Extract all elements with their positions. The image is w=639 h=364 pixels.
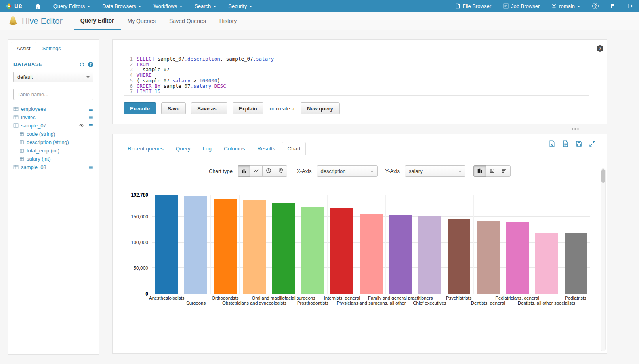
sql-editor[interactable]: 1SELECT sample_07.description, sample_07… [124,54,589,96]
gear-icon [551,4,557,9]
column-row[interactable]: code (string) [13,130,93,138]
nav-menu-data-browsers[interactable]: Data Browsers [96,0,147,12]
file-browser-link[interactable]: File Browser [449,0,497,12]
table-row-employees[interactable]: employees [13,105,93,113]
x-tick-label: Family and general practitioners [368,296,433,300]
chart-bar[interactable] [448,219,471,294]
chart-type-line-button[interactable] [250,165,263,177]
table-details-icon[interactable] [88,165,93,170]
results-tab-recent-queries[interactable]: Recent queries [122,142,169,155]
nav-menu-security[interactable]: Security [222,0,258,12]
editor-actions: Execute Save Save as... Explain or creat… [124,102,589,114]
assist-tab-settings[interactable]: Settings [36,42,67,55]
chart-bar[interactable] [243,200,266,294]
bars-stacked-button[interactable] [486,165,498,177]
execute-button[interactable]: Execute [124,102,156,114]
nav-menu-label: Data Browsers [102,3,136,9]
chart-bar[interactable] [214,199,237,294]
chart-plot-area [152,195,590,294]
results-scrollbar[interactable] [601,168,606,351]
nav-menu-search[interactable]: Search [189,0,222,12]
column-row[interactable]: total_emp (int) [13,146,93,155]
chart-bar[interactable] [565,233,587,294]
table-details-icon[interactable] [88,123,93,129]
chart-bar[interactable] [418,216,441,294]
save-as-button[interactable]: Save as... [191,102,227,114]
download-csv-icon[interactable] [562,140,569,147]
user-menu[interactable]: romain [546,0,586,12]
y-axis-label: Y-Axis [385,168,400,174]
y-tick-label: 0 [145,291,148,297]
results-tab-results[interactable]: Results [252,142,280,155]
chart-bar[interactable] [155,195,178,294]
user-name: romain [559,3,575,9]
table-details-icon[interactable] [88,106,93,112]
results-toolbar [549,140,596,147]
editor-help-icon[interactable]: ? [597,45,603,52]
flag-icon [610,3,616,9]
results-tab-query[interactable]: Query [170,142,196,155]
x-axis-select[interactable]: description [317,165,378,177]
column-row[interactable]: description (string) [13,138,93,146]
app-title[interactable]: Hive Editor [8,12,63,30]
help-button[interactable]: ? [586,0,605,12]
tab-history[interactable]: History [213,12,244,30]
database-select[interactable]: default [13,72,93,82]
file-browser-label: File Browser [463,3,491,9]
chart-bar[interactable] [360,214,383,294]
eye-icon[interactable] [78,123,84,128]
job-browser-link[interactable]: Job Browser [497,0,546,12]
refresh-icon[interactable] [79,62,85,67]
chart-bar[interactable] [272,203,295,294]
table-icon [13,115,19,120]
logout-button[interactable] [622,0,639,12]
table-row-sample-07[interactable]: sample_07 [13,121,93,130]
assist-tab-assist[interactable]: Assist [11,42,36,55]
assist-panel: AssistSettings DATABASE ? default employ… [8,39,99,355]
save-button[interactable]: Save [161,102,186,114]
column-row[interactable]: salary (int) [13,155,93,163]
chart-type-bars-button[interactable] [238,165,250,177]
bars-grouped-button[interactable] [473,165,486,177]
feedback-button[interactable] [605,0,622,12]
save-results-icon[interactable] [576,140,582,147]
explain-button[interactable]: Explain [233,102,263,114]
chart-bar[interactable] [184,196,207,294]
y-axis-select[interactable]: salary [405,165,465,177]
chart-bar[interactable] [506,222,529,294]
new-query-button[interactable]: New query [301,102,340,114]
code-line: 2FROM [124,62,589,67]
results-tab-chart[interactable]: Chart [282,142,306,155]
chart-bar[interactable] [301,207,324,294]
bars-horizontal-button[interactable] [498,165,511,177]
table-filter-input[interactable] [13,89,93,100]
table-icon [13,123,19,128]
tab-saved-queries[interactable]: Saved Queries [162,12,213,30]
download-xls-icon[interactable] [549,140,555,147]
chart-bar[interactable] [477,221,500,294]
nav-menu-query-editors[interactable]: Query Editors [48,0,96,12]
tab-query-editor[interactable]: Query Editor [74,12,121,30]
scrollbar-thumb[interactable] [601,169,605,183]
panel-resize-handle-icon[interactable] [572,128,573,130]
column-icon [19,140,24,145]
chart-type-pie-button[interactable] [262,165,275,177]
table-details-icon[interactable] [88,115,93,120]
x-tick-label: Anesthesiologists [149,296,185,300]
chart-type-map-button[interactable] [275,165,287,177]
assist-tabs: AssistSettings [8,40,99,55]
nav-menu-workflows[interactable]: Workflows [147,0,189,12]
table-row-invites[interactable]: invites [13,113,93,121]
column-name: description (string) [27,139,69,145]
hue-logo[interactable]: ue [0,0,28,12]
database-help-icon[interactable]: ? [88,62,93,67]
tab-my-queries[interactable]: My Queries [121,12,163,30]
chart-bar[interactable] [330,208,353,294]
chart-bar[interactable] [535,233,558,294]
results-tab-columns[interactable]: Columns [218,142,250,155]
table-row-sample-08[interactable]: sample_08 [13,163,93,171]
fullscreen-icon[interactable] [589,140,596,147]
results-tab-log[interactable]: Log [197,142,217,155]
home-button[interactable] [28,0,48,12]
chart-bar[interactable] [389,215,412,294]
